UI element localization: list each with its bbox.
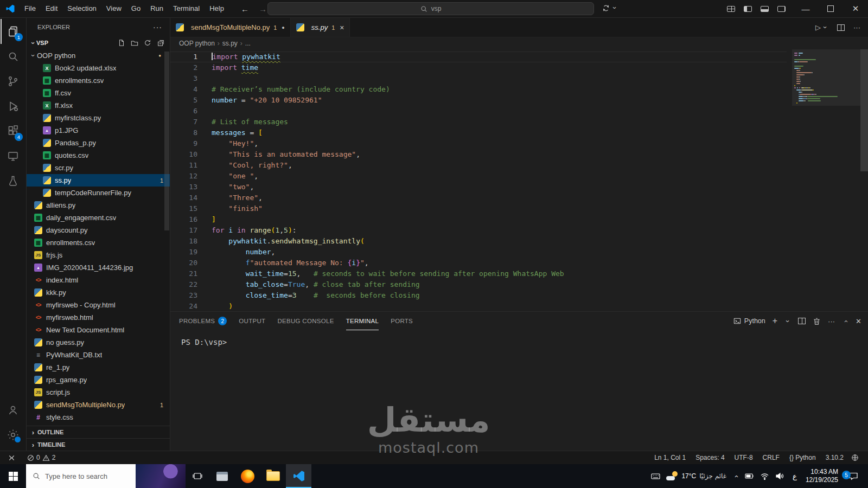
input-language-indicator[interactable]: ع (790, 472, 800, 480)
new-file-icon[interactable] (118, 39, 125, 47)
more-actions-icon[interactable]: ··· (853, 23, 860, 31)
task-view-button[interactable] (186, 464, 209, 488)
file-item[interactable]: ▦daily_engagement.csv (27, 211, 170, 224)
activity-search[interactable] (1, 44, 25, 69)
wifi-icon[interactable] (760, 473, 769, 480)
activity-source-control[interactable] (1, 69, 25, 94)
file-item[interactable]: dayscount.py (27, 224, 170, 236)
folder-oop-python[interactable]: › OOP python ● (27, 49, 170, 62)
menu-view[interactable]: View (101, 3, 126, 15)
code-line[interactable]: 21 wait_time=15, # seconds to wait befor… (170, 268, 787, 279)
sync-indicator[interactable]: › (602, 4, 618, 12)
collapse-all-icon[interactable] (157, 39, 164, 47)
tab-ss.py[interactable]: ss.py1× (291, 18, 350, 37)
code-line[interactable]: 14 "Three", (170, 192, 787, 203)
run-python-file-button[interactable]: ▷› (815, 23, 828, 31)
file-item[interactable]: <>myfirsweb.html (27, 311, 170, 324)
file-item[interactable]: <>New Text Document.html (27, 324, 170, 336)
modified-dot-icon[interactable]: ● (282, 25, 284, 30)
file-item[interactable]: no guess.py (27, 336, 170, 349)
file-item[interactable]: ▦ff.csv (27, 87, 170, 99)
file-item[interactable]: kkk.py (27, 286, 170, 299)
tab-sendMsgToMultipleNo.py[interactable]: sendMsgToMultipleNo.py1● (170, 18, 291, 37)
volume-icon[interactable] (775, 472, 784, 480)
code-line[interactable]: 15 "finish" (170, 203, 787, 214)
file-item[interactable]: tempCodeRunnerFile.py (27, 187, 170, 199)
close-panel-icon[interactable]: ✕ (856, 317, 861, 325)
code-line[interactable]: 11 "Cool, right?", (170, 160, 787, 171)
hidden-icons-chevron[interactable]: › (731, 473, 739, 479)
code-line[interactable]: 5number = "+20 10 09852961" (170, 95, 787, 106)
panel-tab-terminal[interactable]: TERMINAL (346, 312, 379, 330)
file-item[interactable]: Xff.xlsx (27, 99, 170, 112)
sidebar-scrollbar[interactable] (164, 52, 169, 230)
split-editor-icon[interactable] (837, 24, 845, 31)
code-line[interactable]: 3 (170, 73, 787, 84)
panel-tab-problems[interactable]: PROBLEMS2 (179, 312, 227, 330)
file-item[interactable]: sendMsgToMultipleNo.py1 (27, 399, 170, 411)
menu-terminal[interactable]: Terminal (168, 3, 205, 15)
status-python-version[interactable]: 3.10.2 (822, 452, 847, 464)
file-item[interactable]: #style.css (27, 411, 170, 423)
app-vscode[interactable] (286, 464, 311, 488)
breadcrumb-item[interactable]: OOP python (179, 40, 215, 47)
code-editor[interactable]: 1import pywhatkit2import time34# Receive… (170, 49, 868, 311)
menu-edit[interactable]: Edit (41, 3, 62, 15)
command-center-search[interactable]: vsp (267, 2, 594, 15)
panel-tab-output[interactable]: OUTPUT (239, 312, 265, 330)
new-terminal-icon[interactable]: + (773, 316, 777, 326)
menu-go[interactable]: Go (126, 3, 145, 15)
code-line[interactable]: 24 ) (170, 301, 787, 311)
toggle-panel-icon[interactable] (761, 6, 769, 12)
editor-scrollbar[interactable] (860, 49, 868, 171)
code-line[interactable]: 13 "two", (170, 182, 787, 192)
code-line[interactable]: 17for i in range(1,5): (170, 225, 787, 236)
file-item[interactable]: JSfrjs.js (27, 249, 170, 261)
status-cursor-position[interactable]: Ln 1, Col 1 (650, 452, 690, 464)
clock[interactable]: 10:43 AM 12/19/2025 (806, 468, 838, 484)
battery-icon[interactable] (745, 473, 754, 479)
activity-testing[interactable] (1, 169, 25, 194)
weather-widget[interactable]: 17°C غائم جزئيًا (666, 471, 726, 481)
taskbar-search[interactable]: Type here to search (26, 464, 186, 488)
new-folder-icon[interactable] (131, 39, 138, 47)
file-item[interactable]: XBook2 updated.xlsx (27, 62, 170, 74)
file-item[interactable]: rps_game.py (27, 374, 170, 386)
toggle-secondary-sidebar-icon[interactable] (777, 6, 786, 12)
code-line[interactable]: 1import pywhatkit (170, 52, 787, 62)
code-line[interactable]: 8messages = [ (170, 127, 787, 138)
code-line[interactable]: 6 (170, 106, 787, 117)
code-line[interactable]: 23 close_time=3 # seconds before closing (170, 290, 787, 301)
file-item[interactable]: ▦enrollments.csv (27, 236, 170, 249)
file-item[interactable]: JSscript.js (27, 386, 170, 399)
file-item[interactable]: scr.py (27, 162, 170, 174)
activity-extensions[interactable]: 4 (1, 119, 25, 144)
close-button[interactable]: ✕ (843, 0, 868, 17)
file-item[interactable]: myfirstclass.py (27, 112, 170, 124)
refresh-icon[interactable] (144, 39, 151, 47)
file-item[interactable]: ▦enrollments.csv (27, 74, 170, 87)
maximize-panel-icon[interactable]: › (841, 318, 850, 324)
account-button[interactable] (1, 397, 25, 422)
code-line[interactable]: 10 "This is an automated message", (170, 149, 787, 160)
panel-tab-debug-console[interactable]: DEBUG CONSOLE (277, 312, 334, 330)
file-item[interactable]: <>myfirsweb - Copy.html (27, 299, 170, 311)
problems-status[interactable]: 0 2 (23, 452, 59, 464)
feedback-globe[interactable] (847, 452, 863, 464)
terminal-profile[interactable]: Python (733, 317, 765, 325)
file-item[interactable]: ≡PyWhatKit_DB.txt (27, 349, 170, 361)
activity-run-debug[interactable] (1, 94, 25, 119)
trash-icon[interactable] (813, 317, 821, 325)
code-line[interactable]: 18 pywhatkit.sendwhatmsg_instantly( (170, 236, 787, 247)
file-item[interactable]: re_1.py (27, 361, 170, 374)
file-item[interactable]: ss.py1 (27, 174, 170, 187)
menu-file[interactable]: File (20, 3, 41, 15)
forward-arrow-icon[interactable]: → (259, 4, 267, 14)
maximize-button[interactable] (818, 0, 843, 17)
chevron-down-icon[interactable]: › (784, 318, 792, 324)
file-item[interactable]: ▦quotes.csv (27, 149, 170, 162)
code-line[interactable]: 12 "one ", (170, 171, 787, 182)
close-icon[interactable]: × (340, 23, 344, 32)
code-line[interactable]: 9 "Hey!", (170, 138, 787, 149)
settings-button[interactable] (1, 422, 25, 447)
